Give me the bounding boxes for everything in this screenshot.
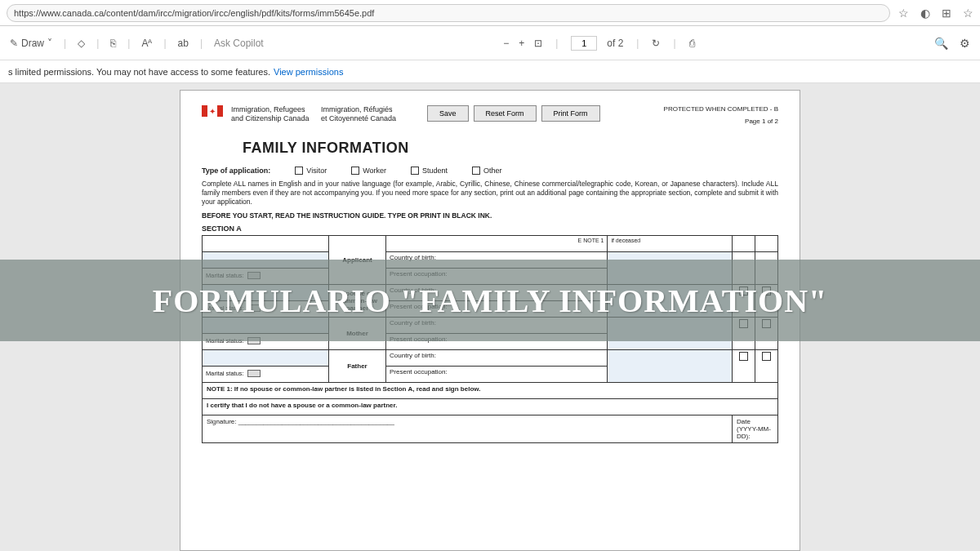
fit-page-icon[interactable]: ⊡ [534,38,542,49]
header-deceased: if deceased [608,236,733,252]
text-size-icon[interactable]: Aᴬ [141,38,152,49]
signature-field[interactable]: Signature: _____________________________… [203,415,733,443]
date-field[interactable]: Date (YYYY-MM-DD): [733,415,778,443]
permissions-text: s limited permissions. You may not have … [8,67,270,77]
zoom-out-icon[interactable]: − [503,38,509,49]
page-number-input[interactable] [571,36,597,51]
overlay-title: FORMULARIO "FAMILY INFORMATION" [153,282,828,320]
instructions-text: Complete ALL names in English and in you… [202,180,778,207]
read-aloud-icon[interactable]: ⎘ [110,38,116,49]
save-button[interactable]: Save [427,105,469,122]
header-name [203,236,329,252]
form-title: FAMILY INFORMATION [243,140,778,157]
worker-checkbox[interactable]: Worker [351,167,386,175]
signature-row: Signature: _____________________________… [203,415,778,443]
star-icon[interactable]: ☆ [898,7,909,20]
header-dob: E NOTE 1 [386,236,608,252]
settings-icon[interactable]: ⚙ [960,37,970,50]
student-checkbox[interactable]: Student [411,167,448,175]
certify-row: I certify that I do not have a spouse or… [203,399,778,415]
page-view-icon[interactable]: ⎙ [689,38,695,49]
other-checkbox[interactable]: Other [472,167,502,175]
draw-tool[interactable]: ✎ Draw ˅ [10,38,52,49]
application-type-row: Type of application: Visitor Worker Stud… [202,167,778,175]
page-total: of 2 [607,38,623,49]
note-1-text: NOTE 1: If no spouse or common-law partn… [203,383,778,399]
father-country-label: Country of birth: [386,350,608,367]
url-input[interactable] [7,4,890,22]
role-father: Father [329,350,386,383]
view-permissions-link[interactable]: View permissions [274,67,343,77]
protected-label: PROTECTED WHEN COMPLETED - B Page 1 of 2 [664,105,778,125]
father-marital[interactable]: Marital status: [203,367,329,383]
address-bar: ☆ ◐ ⊞ ☆ [0,0,980,26]
department-french: Immigration, Réfugiéset Citoyenneté Cana… [321,105,403,123]
father-chk-no[interactable] [755,350,778,383]
father-address-input[interactable] [608,350,733,383]
zoom-in-icon[interactable]: + [519,38,524,49]
canada-flag-icon: ✦ [202,105,223,117]
department-english: Immigration, Refugeesand Citizenship Can… [231,105,313,123]
collections-icon[interactable]: ⊞ [942,7,951,20]
search-icon[interactable]: 🔍 [934,37,948,50]
chevron-down-icon: ˅ [47,38,52,49]
note-1-row: NOTE 1: If no spouse or common-law partn… [203,383,778,399]
print-form-button[interactable]: Print Form [541,105,600,122]
permissions-bar: s limited permissions. You may not have … [0,60,980,83]
father-name-input[interactable] [203,350,329,367]
father-row-1: Father Country of birth: [203,350,778,367]
pdf-toolbar: ✎ Draw ˅ | ◇ | ⎘ | Aᴬ | ab | Ask Copilot… [0,26,980,60]
father-chk-yes[interactable] [733,350,755,383]
visitor-checkbox[interactable]: Visitor [295,167,327,175]
erase-icon[interactable]: ◇ [78,38,85,49]
rotate-icon[interactable]: ↻ [652,38,660,49]
certify-text: I certify that I do not have a spouse or… [203,399,778,415]
table-header-row: Applicant E NOTE 1 if deceased [203,236,778,252]
type-label: Type of application: [202,167,270,175]
shield-icon[interactable]: ◐ [920,7,930,20]
before-start-text: BEFORE YOU START, READ THE INSTRUCTION G… [202,211,778,220]
overlay-banner: FORMULARIO "FAMILY INFORMATION" [0,260,980,341]
father-occupation-label: Present occupation: [386,367,608,383]
copilot-button[interactable]: Ask Copilot [214,38,264,49]
dropdown-icon[interactable] [247,370,261,377]
highlight-icon[interactable]: ab [178,38,189,49]
section-a-label: SECTION A [202,224,778,233]
favorite-icon[interactable]: ☆ [963,7,973,20]
reset-form-button[interactable]: Reset Form [474,105,537,122]
